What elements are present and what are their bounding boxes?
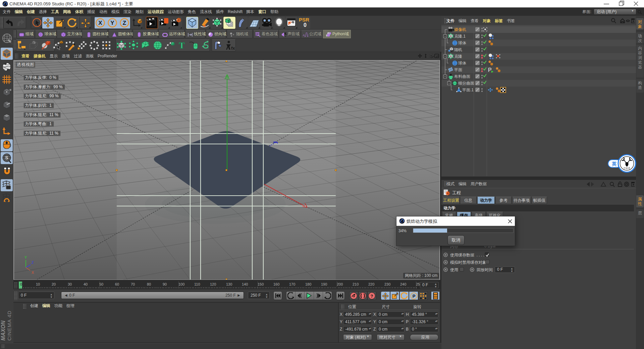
svg-text:行走者: 行走者 [624, 167, 630, 169]
svg-text:Y: Y [110, 20, 114, 26]
svg-text:P: P [413, 294, 416, 299]
svg-text:X: X [32, 270, 34, 275]
svg-text:Y: Y [24, 255, 27, 259]
svg-text:S: S [5, 155, 8, 160]
svg-text:?: ? [371, 294, 373, 299]
svg-text:T: T [179, 41, 184, 50]
svg-text:fx: fx [231, 46, 235, 50]
svg-text:Z: Z [32, 260, 34, 264]
svg-text:Z: Z [123, 20, 126, 26]
svg-text:X: X [98, 20, 102, 26]
